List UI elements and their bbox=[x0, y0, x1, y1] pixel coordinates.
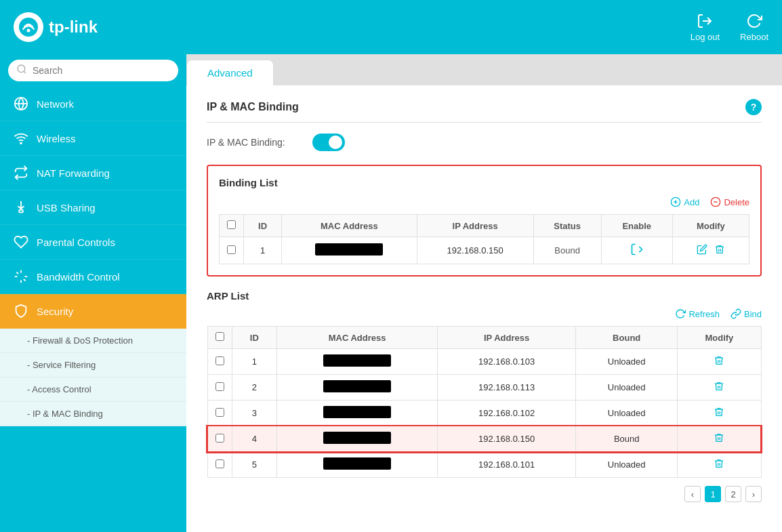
binding-list-box: Binding List Add Delete bbox=[207, 165, 762, 277]
page-content: IP & MAC Binding ? IP & MAC Binding: Bin… bbox=[186, 85, 782, 532]
arp-row-bound: Unloaded bbox=[576, 349, 678, 375]
arp-th-bound: Bound bbox=[576, 327, 678, 349]
arp-row-id: 1 bbox=[232, 349, 277, 375]
prev-page-button[interactable]: ‹ bbox=[684, 486, 701, 502]
binding-row-status: Bound bbox=[533, 237, 601, 264]
arp-actions: Refresh Bind bbox=[207, 308, 762, 319]
binding-toggle-row: IP & MAC Binding: bbox=[207, 134, 762, 151]
binding-row-enable bbox=[601, 237, 672, 264]
sidebar-item-nat[interactable]: NAT Forwarding bbox=[0, 156, 186, 190]
binding-th-id: ID bbox=[244, 215, 282, 237]
sidebar: Network Wireless NAT Forwarding USB Shar… bbox=[0, 54, 186, 532]
binding-row-checkbox[interactable] bbox=[227, 245, 236, 254]
tab-advanced[interactable]: Advanced bbox=[186, 60, 274, 85]
arp-row-bound: Bound bbox=[576, 426, 678, 452]
arp-row-id: 5 bbox=[232, 452, 277, 478]
sidebar-sub-menu: - Firewall & DoS Protection - Service Fi… bbox=[0, 329, 186, 426]
sidebar-item-usb[interactable]: USB Sharing bbox=[0, 190, 186, 225]
arp-row-mac bbox=[277, 375, 438, 401]
arp-row-modify bbox=[678, 401, 761, 426]
binding-th-status: Status bbox=[533, 215, 601, 237]
sidebar-item-network[interactable]: Network bbox=[0, 87, 186, 121]
arp-trash-icon[interactable] bbox=[714, 358, 724, 368]
arp-row-modify bbox=[678, 426, 761, 452]
delete-button[interactable]: Delete bbox=[710, 197, 749, 207]
add-icon bbox=[670, 197, 681, 207]
section-header: IP & MAC Binding ? bbox=[207, 99, 762, 123]
add-button[interactable]: Add bbox=[670, 197, 699, 207]
sidebar-item-bandwidth[interactable]: Bandwidth Control bbox=[0, 260, 186, 294]
search-icon bbox=[16, 64, 27, 77]
arp-row-id: 2 bbox=[232, 375, 277, 401]
page-2-button[interactable]: 2 bbox=[725, 486, 741, 502]
arp-row-modify bbox=[678, 375, 761, 401]
section-title: IP & MAC Binding bbox=[207, 101, 299, 113]
table-row: 2 192.168.0.113 Unloaded bbox=[207, 375, 761, 401]
sidebar-item-wireless[interactable]: Wireless bbox=[0, 121, 186, 156]
refresh-button[interactable]: Refresh bbox=[675, 308, 720, 319]
binding-list-title: Binding List bbox=[219, 177, 749, 188]
reboot-button[interactable]: Reboot bbox=[740, 13, 768, 42]
table-row: 3 192.168.0.102 Unloaded bbox=[207, 401, 761, 426]
arp-row-mac bbox=[277, 401, 438, 426]
trash-icon[interactable] bbox=[714, 247, 725, 257]
arp-trash-icon[interactable] bbox=[714, 435, 724, 445]
arp-row-check bbox=[207, 401, 232, 426]
delete-icon bbox=[710, 197, 721, 207]
content-area: Advanced IP & MAC Binding ? IP & MAC Bin… bbox=[186, 54, 782, 532]
arp-table: ID MAC Address IP Address Bound Modify 1… bbox=[207, 326, 762, 478]
page-1-button[interactable]: 1 bbox=[705, 486, 721, 502]
arp-row-mac bbox=[277, 426, 438, 452]
sidebar-sub-firewall[interactable]: - Firewall & DoS Protection bbox=[0, 329, 186, 353]
sidebar-item-parental[interactable]: Parental Controls bbox=[0, 225, 186, 260]
arp-row-checkbox[interactable] bbox=[215, 382, 224, 391]
next-page-button[interactable]: › bbox=[745, 486, 762, 502]
arp-row-checkbox[interactable] bbox=[215, 434, 224, 443]
arp-row-ip: 192.168.0.150 bbox=[438, 426, 576, 452]
arp-trash-icon[interactable] bbox=[714, 409, 724, 420]
sidebar-item-security[interactable]: Security bbox=[0, 294, 186, 329]
arp-row-modify bbox=[678, 349, 761, 375]
header: tp-link Log out Reboot bbox=[0, 0, 782, 54]
bind-icon bbox=[730, 308, 741, 319]
binding-th-check bbox=[220, 215, 244, 237]
arp-trash-icon[interactable] bbox=[714, 384, 724, 394]
sidebar-sub-ipmac[interactable]: - IP & MAC Binding bbox=[0, 402, 186, 426]
binding-label: IP & MAC Binding: bbox=[207, 137, 302, 148]
usb-icon bbox=[14, 200, 28, 215]
binding-row-modify bbox=[672, 237, 749, 264]
search-box[interactable] bbox=[8, 60, 178, 81]
arp-select-all[interactable] bbox=[215, 332, 224, 341]
binding-toggle[interactable] bbox=[312, 134, 345, 151]
binding-th-ip: IP Address bbox=[417, 215, 533, 237]
arp-row-id: 4 bbox=[232, 426, 277, 452]
arp-th-mac: MAC Address bbox=[277, 327, 438, 349]
help-icon[interactable]: ? bbox=[745, 99, 762, 115]
refresh-icon bbox=[675, 308, 686, 319]
svg-point-3 bbox=[18, 65, 25, 73]
arp-trash-icon[interactable] bbox=[714, 461, 724, 471]
arp-section: ARP List Refresh Bind ID bbox=[207, 290, 762, 502]
logout-button[interactable]: Log out bbox=[691, 13, 720, 42]
binding-select-all[interactable] bbox=[227, 220, 236, 229]
arp-row-checkbox[interactable] bbox=[215, 408, 224, 417]
search-input[interactable] bbox=[33, 65, 170, 76]
arp-row-ip: 192.168.0.113 bbox=[438, 375, 576, 401]
bind-button[interactable]: Bind bbox=[730, 308, 762, 319]
arp-row-checkbox[interactable] bbox=[215, 356, 224, 365]
arp-row-checkbox[interactable] bbox=[215, 459, 224, 468]
arp-row-bound: Unloaded bbox=[576, 401, 678, 426]
arp-th-ip: IP Address bbox=[438, 327, 576, 349]
nat-icon bbox=[14, 165, 28, 180]
enable-icon[interactable] bbox=[630, 243, 644, 256]
edit-icon[interactable] bbox=[697, 247, 710, 257]
binding-th-modify: Modify bbox=[672, 215, 749, 237]
logo-icon bbox=[14, 12, 43, 42]
main-layout: Network Wireless NAT Forwarding USB Shar… bbox=[0, 54, 782, 532]
arp-row-mac bbox=[277, 349, 438, 375]
shield-icon bbox=[14, 304, 28, 319]
arp-th-id: ID bbox=[232, 327, 277, 349]
sidebar-sub-service[interactable]: - Service Filtering bbox=[0, 353, 186, 377]
binding-th-mac: MAC Address bbox=[282, 215, 417, 237]
sidebar-sub-access[interactable]: - Access Control bbox=[0, 377, 186, 402]
